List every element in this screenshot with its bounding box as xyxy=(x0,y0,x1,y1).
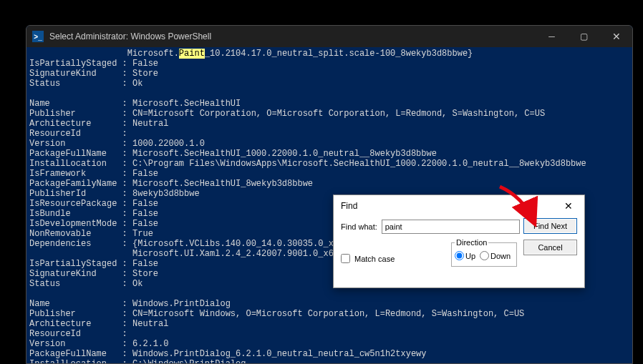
dialog-titlebar[interactable]: Find ✕ xyxy=(334,195,584,217)
direction-down-option[interactable]: Down xyxy=(480,251,511,260)
match-case-label: Match case xyxy=(354,255,395,263)
minimize-button[interactable]: ─ xyxy=(536,26,568,47)
dialog-title-text: Find xyxy=(341,201,357,211)
match-case-checkbox[interactable] xyxy=(341,254,350,263)
maximize-button[interactable]: ▢ xyxy=(568,26,600,47)
titlebar[interactable]: >_ Select Administrator: Windows PowerSh… xyxy=(26,26,632,47)
direction-down-radio[interactable] xyxy=(480,251,489,260)
search-highlight: Paint xyxy=(179,49,205,59)
find-what-input[interactable] xyxy=(382,220,520,234)
powershell-icon: >_ xyxy=(32,31,44,42)
direction-legend: Direction xyxy=(455,238,488,247)
dialog-close-button[interactable]: ✕ xyxy=(560,200,577,212)
direction-up-radio[interactable] xyxy=(455,251,464,260)
cancel-button[interactable]: Cancel xyxy=(523,240,577,255)
window-title: Select Administrator: Windows PowerShell xyxy=(49,31,211,41)
find-dialog: Find ✕ Find what: Find Next Cancel Direc… xyxy=(333,195,585,288)
direction-up-option[interactable]: Up xyxy=(455,251,475,260)
find-next-button[interactable]: Find Next xyxy=(523,218,577,234)
find-what-label: Find what: xyxy=(341,222,377,231)
close-button[interactable]: ✕ xyxy=(600,26,632,47)
direction-group: Direction Up Down xyxy=(451,238,517,267)
window-controls: ─ ▢ ✕ xyxy=(536,26,632,47)
